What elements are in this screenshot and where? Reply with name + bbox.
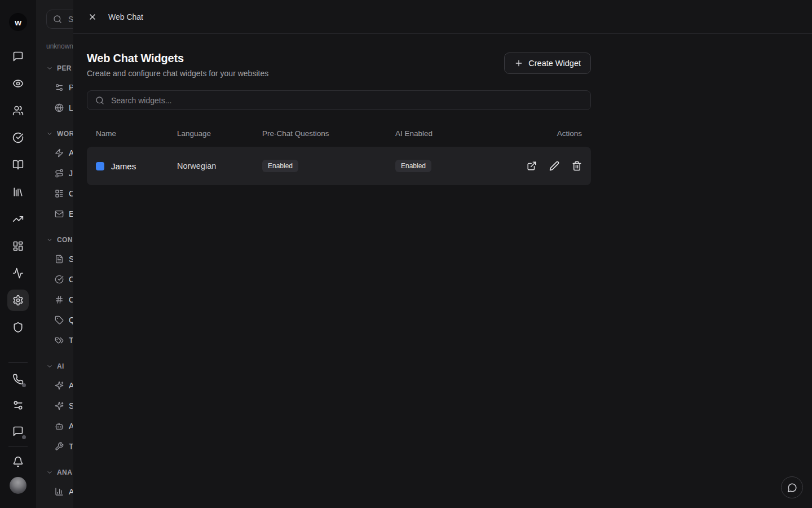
widget-search-input[interactable] (110, 95, 582, 106)
external-link-icon (527, 161, 537, 171)
create-widget-label: Create Widget (528, 59, 581, 68)
bot-icon (55, 422, 64, 431)
chevron-down-icon (46, 363, 53, 370)
rail-calls-button[interactable] (8, 369, 28, 389)
search-icon (95, 96, 104, 105)
overlay-content: Web Chat Widgets Create and configure ch… (73, 51, 591, 185)
user-avatar[interactable] (10, 477, 27, 494)
widget-avatar (96, 162, 104, 170)
check-circle-icon (12, 132, 24, 143)
chevron-down-icon (46, 65, 53, 72)
book-open-icon (12, 159, 24, 170)
file-text-icon (55, 255, 64, 264)
page-header-text: Web Chat Widgets Create and configure ch… (87, 51, 268, 78)
rail-dashboard-button[interactable] (8, 236, 28, 256)
rail-security-button[interactable] (8, 317, 28, 338)
sliders-icon (55, 83, 64, 92)
app-logo[interactable]: w (9, 13, 27, 31)
section-label: AI (57, 362, 64, 370)
item-label: J (69, 169, 73, 178)
column-header-actions: Actions (557, 129, 582, 138)
webchat-overlay: Web Chat Web Chat Widgets Create and con… (73, 0, 812, 508)
rail-trends-button[interactable] (8, 209, 28, 229)
sparkles-icon (55, 381, 64, 390)
section-label: WOR (57, 130, 74, 138)
message-circle-icon (787, 483, 797, 493)
page-subtitle: Create and configure chat widgets for yo… (87, 69, 268, 78)
prechat-status-badge: Enabled (262, 160, 298, 172)
section-label: ANA (57, 468, 72, 476)
section-label: PER (57, 64, 72, 72)
activity-icon (12, 268, 24, 279)
mail-icon (55, 209, 64, 218)
overlay-topbar: Web Chat (73, 0, 812, 34)
users-icon (12, 105, 24, 116)
dashboard-icon (12, 240, 24, 252)
wrench-icon (55, 442, 64, 451)
layout-list-icon (55, 189, 64, 198)
rail-chats-button[interactable] (8, 421, 28, 441)
bar-chart-icon (55, 487, 64, 496)
close-button[interactable] (85, 9, 100, 25)
bell-icon (12, 456, 24, 467)
widget-name: James (111, 161, 136, 171)
rail-contacts-button[interactable] (8, 100, 28, 121)
globe-icon (55, 103, 64, 112)
shield-icon (12, 322, 24, 333)
rail-knowledge-button[interactable] (8, 155, 28, 175)
sparkles-icon (55, 401, 64, 410)
check-circle-icon (55, 275, 64, 284)
rail-watch-button[interactable] (8, 73, 28, 94)
ai-status-badge: Enabled (395, 160, 431, 172)
close-icon (88, 12, 97, 21)
search-icon (53, 15, 62, 24)
ai-cell: Enabled (395, 160, 527, 172)
create-widget-button[interactable]: Create Widget (504, 52, 591, 74)
hash-icon (55, 295, 64, 304)
sliders-icon (12, 400, 24, 411)
rail-tuning-button[interactable] (8, 395, 28, 415)
message-square-icon (12, 51, 24, 62)
widget-language: Norwegian (177, 161, 262, 170)
open-widget-button[interactable] (527, 161, 537, 171)
table-row[interactable]: James Norwegian Enabled Enabled (87, 147, 591, 185)
zap-icon (55, 148, 64, 157)
table-header: Name Language Pre-Chat Questions AI Enab… (87, 128, 591, 138)
notification-dot (22, 383, 26, 387)
rail-notifications-button[interactable] (8, 452, 28, 472)
eye-icon (12, 78, 24, 89)
plus-icon (514, 59, 523, 68)
column-header-ai: AI Enabled (395, 129, 557, 138)
gear-icon (12, 295, 24, 306)
notification-dot (22, 435, 26, 439)
rail-settings-button[interactable] (7, 290, 29, 311)
tags-icon (55, 336, 64, 345)
rail-library-button[interactable] (8, 182, 28, 202)
widget-search[interactable] (87, 90, 591, 110)
widget-name-cell: James (96, 161, 177, 171)
chevron-down-icon (46, 237, 53, 243)
page-title: Web Chat Widgets (87, 51, 268, 65)
library-icon (12, 186, 24, 198)
icon-rail: w (0, 0, 36, 508)
rail-divider (8, 362, 28, 363)
phone-icon (12, 374, 24, 385)
section-label: CON (57, 236, 73, 244)
chevron-down-icon (46, 130, 53, 137)
help-chat-fab[interactable] (781, 476, 803, 498)
rail-activity-button[interactable] (8, 263, 28, 283)
rail-messages-button[interactable] (8, 46, 28, 67)
chevron-down-icon (46, 469, 53, 476)
prechat-cell: Enabled (262, 160, 395, 172)
trending-up-icon (12, 213, 24, 225)
edit-widget-button[interactable] (549, 161, 559, 171)
trash-icon (572, 161, 582, 171)
delete-widget-button[interactable] (572, 161, 582, 171)
app-logo-letter: w (15, 17, 21, 27)
rail-divider (8, 446, 28, 447)
pencil-icon (549, 161, 559, 171)
column-header-prechat: Pre-Chat Questions (262, 129, 395, 138)
message-square-icon (12, 426, 24, 437)
rail-tasks-button[interactable] (8, 128, 28, 148)
route-icon (55, 169, 64, 178)
